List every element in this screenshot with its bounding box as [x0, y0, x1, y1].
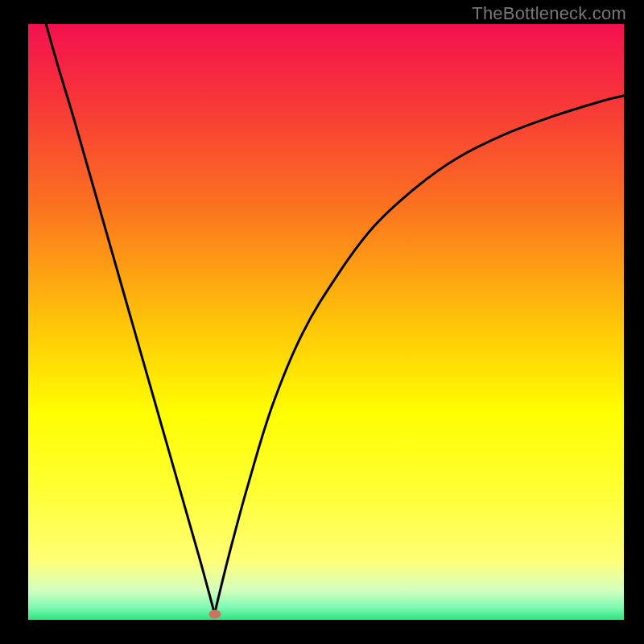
watermark-text: TheBottleneck.com [472, 3, 626, 24]
minimum-marker-icon [208, 609, 221, 618]
curve-right-branch [215, 96, 624, 614]
plot-area [28, 24, 624, 620]
bottleneck-curve [28, 24, 624, 620]
curve-left-branch [46, 24, 214, 614]
chart-frame: TheBottleneck.com [0, 0, 644, 644]
